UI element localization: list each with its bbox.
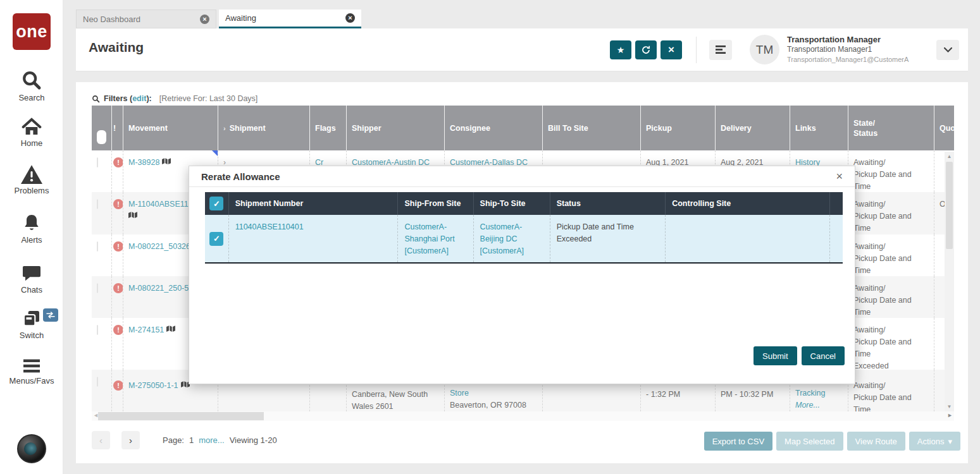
modal-close-icon[interactable]: × bbox=[836, 171, 843, 182]
warning-triangle-icon bbox=[0, 165, 63, 184]
consignee-link[interactable]: Store bbox=[450, 389, 469, 398]
current-page: 1 bbox=[189, 435, 194, 445]
sidebar-item-home[interactable]: Home bbox=[0, 118, 63, 148]
footer-actions: Export to CSV Map Selected View Route Ac… bbox=[704, 432, 960, 451]
col-header-quote[interactable]: Quot bbox=[934, 106, 954, 150]
col-header-shipment-number[interactable]: Shipment Number bbox=[229, 192, 399, 215]
sidebar-label: Switch bbox=[0, 331, 63, 340]
favorite-star-button[interactable]: ★ bbox=[610, 40, 631, 59]
row-checkbox[interactable] bbox=[97, 157, 98, 167]
cancel-button[interactable]: Cancel bbox=[802, 346, 845, 365]
tracking-link[interactable]: Tracking bbox=[795, 389, 825, 398]
actions-dropdown-button[interactable]: Actions ▾ bbox=[909, 432, 960, 451]
modal-header: Rerate Allowance × bbox=[189, 166, 855, 187]
modal-table-header: ✓ Shipment Number Ship-From Site Ship-To… bbox=[205, 192, 843, 215]
col-header-flags[interactable]: Flags bbox=[310, 106, 347, 150]
hamburger-icon bbox=[0, 358, 63, 374]
sidebar-item-switch[interactable]: Switch bbox=[0, 308, 63, 340]
tab-awaiting[interactable]: Awaiting × bbox=[219, 9, 361, 28]
neo-assistant-icon[interactable] bbox=[17, 434, 46, 463]
ship-to-site-link[interactable]: CustomerA-Beijing DC [CustomerA] bbox=[480, 222, 524, 255]
col-header-ship-from-site[interactable]: Ship-From Site bbox=[398, 192, 473, 215]
user-avatar[interactable]: TM bbox=[750, 35, 779, 64]
sidebar: one Search Home bbox=[0, 0, 63, 474]
col-header-ship-to-site[interactable]: Ship-To Site bbox=[474, 192, 550, 215]
vertical-scroll-thumb[interactable] bbox=[946, 162, 953, 249]
expand-arrow-icon: › bbox=[223, 125, 226, 132]
scroll-right-icon[interactable]: ► bbox=[947, 412, 953, 418]
more-link[interactable]: More... bbox=[795, 401, 820, 410]
view-route-button[interactable]: View Route bbox=[847, 432, 905, 451]
sidebar-item-alerts[interactable]: Alerts bbox=[0, 213, 63, 245]
modal-row-checkbox[interactable]: ✓ bbox=[209, 232, 223, 246]
tab-close-icon[interactable]: × bbox=[345, 13, 355, 23]
movement-link[interactable]: M-275050-1-1 bbox=[128, 381, 178, 390]
col-header-shipper[interactable]: Shipper bbox=[347, 106, 445, 150]
scroll-down-icon[interactable]: ▼ bbox=[945, 404, 954, 410]
col-header-links[interactable]: Links bbox=[790, 106, 848, 150]
col-header-select bbox=[92, 106, 112, 150]
col-header-alert[interactable]: ! bbox=[112, 106, 123, 150]
next-page-button[interactable]: › bbox=[121, 431, 140, 449]
one-network-logo[interactable]: one bbox=[13, 13, 51, 50]
col-header-movement[interactable]: Movement bbox=[123, 106, 218, 150]
chat-bubble-icon bbox=[0, 264, 63, 283]
horizontal-scroll-thumb[interactable] bbox=[98, 412, 264, 420]
bell-icon bbox=[0, 213, 63, 233]
movement-link[interactable]: M-38928 bbox=[128, 158, 159, 167]
prev-page-button[interactable]: ‹ bbox=[92, 431, 110, 449]
user-menu-chevron-button[interactable] bbox=[936, 40, 959, 60]
movement-link[interactable]: M-274151 bbox=[128, 325, 164, 334]
row-checkbox[interactable] bbox=[97, 325, 98, 335]
sidebar-label: Menus/Favs bbox=[0, 376, 63, 386]
col-header-bill-to-site[interactable]: Bill To Site bbox=[543, 106, 641, 150]
horizontal-scrollbar[interactable]: ◄ ► bbox=[92, 411, 954, 421]
sidebar-item-chats[interactable]: Chats bbox=[0, 264, 63, 295]
swap-arrows-badge[interactable] bbox=[43, 308, 58, 322]
menu-button[interactable] bbox=[709, 40, 732, 60]
map-icon[interactable] bbox=[128, 212, 137, 219]
sidebar-item-menus-favs[interactable]: Menus/Favs bbox=[0, 358, 63, 386]
tab-close-icon[interactable]: × bbox=[200, 15, 209, 24]
map-selected-button[interactable]: Map Selected bbox=[776, 432, 843, 451]
sidebar-label: Home bbox=[0, 138, 63, 148]
close-screen-button[interactable]: × bbox=[661, 40, 682, 59]
shipment-number-link[interactable]: 11040ABSE110401 bbox=[235, 222, 304, 231]
user-info: Transportation Manager Transportation Ma… bbox=[787, 35, 914, 64]
user-name: Transportation Manager1 bbox=[787, 45, 914, 54]
sidebar-item-problems[interactable]: Problems bbox=[0, 165, 63, 195]
col-header-consignee[interactable]: Consignee bbox=[445, 106, 543, 150]
sidebar-item-search[interactable]: Search bbox=[0, 70, 63, 102]
refresh-button[interactable] bbox=[635, 40, 657, 59]
map-icon[interactable] bbox=[166, 325, 175, 333]
row-checkbox[interactable] bbox=[97, 377, 98, 387]
movement-link[interactable]: M-080221_503265 bbox=[128, 242, 195, 251]
col-header-state-status[interactable]: State/Status bbox=[848, 106, 934, 150]
ship-from-site-link[interactable]: CustomerA-Shanghai Port [CustomerA] bbox=[404, 222, 454, 255]
select-all-checkbox[interactable] bbox=[97, 130, 106, 144]
col-header-pickup[interactable]: Pickup bbox=[641, 106, 716, 150]
more-pages-link[interactable]: more... bbox=[199, 435, 224, 445]
col-header-status[interactable]: Status bbox=[550, 192, 666, 215]
delivery-datetime: PM - 10:32 PM bbox=[721, 390, 773, 399]
submit-button[interactable]: Submit bbox=[754, 346, 797, 365]
row-checkbox[interactable] bbox=[97, 199, 98, 209]
row-checkbox[interactable] bbox=[97, 283, 98, 293]
state-status: Awaiting/Pickup Date and TimeExceeded bbox=[848, 370, 934, 411]
state-status: Awaiting/Pickup Date and TimeExceeded bbox=[848, 318, 934, 370]
vertical-scrollbar[interactable]: ▲ ▼ bbox=[945, 152, 954, 411]
movement-link[interactable]: M-080221_250-54 bbox=[128, 284, 193, 293]
export-to-csv-button[interactable]: Export to CSV bbox=[704, 432, 772, 451]
col-header-delivery[interactable]: Delivery bbox=[716, 106, 790, 150]
modal-select-all-checkbox[interactable]: ✓ bbox=[209, 197, 223, 210]
col-header-shipment[interactable]: ›Shipment bbox=[218, 106, 310, 150]
scroll-up-icon[interactable]: ▲ bbox=[945, 154, 954, 159]
tab-neo-dashboard[interactable]: Neo Dashboard × bbox=[76, 9, 216, 28]
movement-link[interactable]: M-11040ABSE110 bbox=[128, 200, 193, 209]
rerate-allowance-modal: Rerate Allowance × ✓ Shipment Number Shi… bbox=[189, 166, 855, 384]
alert-icon: ! bbox=[113, 325, 123, 335]
row-checkbox[interactable] bbox=[97, 241, 98, 252]
col-header-controlling-site[interactable]: Controlling Site bbox=[666, 192, 830, 215]
map-icon[interactable] bbox=[162, 158, 171, 166]
filters-edit-link[interactable]: edit bbox=[132, 94, 146, 103]
